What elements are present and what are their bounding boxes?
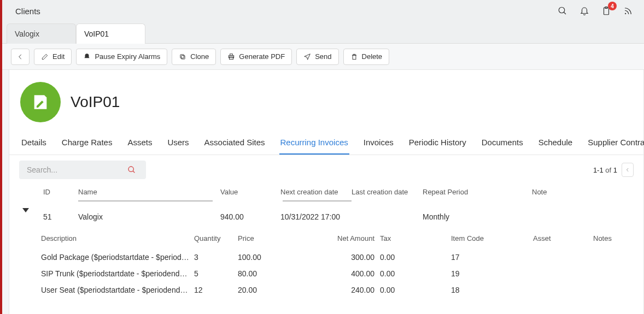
contract-edit-icon [31, 93, 50, 111]
cell-name: Valogix [78, 212, 220, 221]
search-box [19, 161, 146, 179]
page-head: VoIP01 [9, 70, 643, 132]
tab-associated-sites[interactable]: Associated Sites [203, 132, 266, 155]
svg-rect-10 [353, 55, 356, 60]
main-tabs: Valogix VoIP01 [2, 22, 644, 44]
invoice-line-row[interactable]: Gold Package ($periodstartdate - $period… [41, 249, 634, 265]
dcell-item: 17 [451, 253, 533, 262]
dhdr-description[interactable]: Description [41, 234, 194, 242]
search-icon[interactable] [558, 6, 567, 16]
tab-schedule[interactable]: Schedule [537, 132, 574, 155]
svg-point-0 [559, 7, 565, 13]
tab-assets[interactable]: Assets [126, 132, 153, 155]
button-label: Delete [362, 52, 383, 61]
sort-indicator-icon [283, 200, 352, 202]
search-input[interactable] [27, 165, 125, 174]
tab-periodic-history[interactable]: Periodic History [408, 132, 467, 155]
tab-recurring-invoices[interactable]: Recurring Invoices [279, 132, 349, 155]
rss-icon[interactable] [623, 6, 633, 16]
tab-client-valogix[interactable]: Valogix [7, 23, 76, 44]
dcell-item: 19 [451, 269, 533, 278]
dcell-description: User Seat ($periodstartdate - $periodend… [41, 286, 194, 294]
dhdr-tax[interactable]: Tax [380, 234, 451, 242]
search-row: 1-1 of 1 [9, 155, 643, 185]
delete-button[interactable]: Delete [343, 49, 390, 65]
send-icon [303, 53, 311, 61]
back-button[interactable] [11, 49, 30, 65]
app-header: Clients 4 [2, 0, 644, 22]
pencil-icon [41, 53, 49, 61]
send-button[interactable]: Send [296, 49, 338, 65]
tab-charge-rates[interactable]: Charge Rates [61, 132, 114, 155]
hdr-last-creation[interactable]: Last creation date [352, 188, 423, 196]
printer-icon [227, 53, 235, 61]
header-actions: 4 [558, 6, 637, 16]
invoice-row[interactable]: 51 Valogix 940.00 10/31/2022 17:00 Month… [19, 203, 634, 227]
pause-button[interactable]: Pause Expiry Alarms [76, 49, 167, 65]
tab-invoices[interactable]: Invoices [362, 132, 395, 155]
dcell-quantity: 3 [194, 253, 238, 262]
button-label: Clone [190, 52, 209, 61]
dhdr-net[interactable]: Net Amount [303, 234, 380, 242]
tab-users[interactable]: Users [166, 132, 190, 155]
dcell-quantity: 5 [194, 269, 238, 278]
copy-icon [179, 53, 186, 61]
record-content: VoIP01 Details Charge Rates Assets Users… [9, 70, 644, 314]
tab-documents[interactable]: Documents [481, 132, 524, 155]
dcell-net: 300.00 [303, 253, 380, 262]
button-label: Generate PDF [239, 52, 285, 61]
svg-rect-9 [230, 54, 233, 55]
dhdr-price[interactable]: Price [238, 234, 303, 242]
pager: 1-1 of 1 [593, 163, 634, 177]
tab-client-voip01[interactable]: VoIP01 [76, 23, 145, 44]
dcell-description: Gold Package ($periodstartdate - $period… [41, 253, 194, 262]
dcell-tax: 0.00 [380, 286, 451, 294]
hdr-value[interactable]: Value [220, 188, 280, 196]
hdr-id[interactable]: ID [43, 188, 78, 196]
tab-details[interactable]: Details [20, 132, 48, 155]
pager-prev-button[interactable] [622, 163, 634, 177]
trash-icon [350, 53, 358, 61]
cell-id: 51 [43, 212, 78, 221]
breadcrumb: Clients [15, 7, 40, 16]
dcell-item: 18 [451, 286, 533, 294]
cell-value: 940.00 [220, 212, 280, 221]
button-label: Pause Expiry Alarms [95, 52, 160, 61]
clone-button[interactable]: Clone [172, 49, 216, 65]
hdr-repeat[interactable]: Repeat Period [423, 188, 505, 196]
dcell-tax: 0.00 [380, 253, 451, 262]
dcell-net: 400.00 [303, 269, 380, 278]
dcell-net: 240.00 [303, 286, 380, 294]
pager-range: 1-1 [593, 166, 604, 174]
page-title: VoIP01 [71, 93, 120, 111]
invoice-line-row[interactable]: SIP Trunk ($periodstartdate - $periodend… [41, 265, 634, 282]
edit-button[interactable]: Edit [34, 49, 72, 65]
clipboard-badge: 4 [608, 2, 617, 10]
hdr-next-creation[interactable]: Next creation date [280, 188, 352, 196]
tab-supplier-contracts[interactable]: Supplier Contracts [587, 132, 644, 155]
bell-icon[interactable] [579, 6, 589, 16]
dhdr-item[interactable]: Item Code [451, 234, 533, 242]
dcell-quantity: 12 [194, 286, 238, 294]
pager-total: 1 [613, 166, 617, 174]
generate-pdf-button[interactable]: Generate PDF [220, 49, 292, 65]
svg-line-1 [564, 12, 566, 14]
invoice-line-row[interactable]: User Seat ($periodstartdate - $periodend… [41, 282, 634, 298]
svg-line-12 [133, 171, 134, 173]
dhdr-quantity[interactable]: Quantity [194, 234, 238, 242]
search-icon [127, 165, 136, 174]
hdr-note[interactable]: Note [505, 188, 598, 196]
dhdr-asset[interactable]: Asset [533, 234, 593, 242]
sort-indicator-icon [78, 200, 213, 202]
row-expander-button[interactable] [19, 212, 43, 221]
invoice-lines-header: Description Quantity Price Net Amount Ta… [41, 230, 634, 249]
record-sub-tabs: Details Charge Rates Assets Users Associ… [9, 132, 643, 155]
dcell-price: 20.00 [238, 286, 303, 294]
hdr-name[interactable]: Name [78, 188, 220, 196]
button-label: Send [315, 52, 331, 61]
bell-icon [83, 53, 91, 61]
clipboard-icon[interactable]: 4 [601, 6, 611, 16]
dhdr-notes[interactable]: Notes [593, 234, 642, 242]
search-button[interactable] [125, 163, 138, 176]
svg-point-4 [625, 13, 626, 14]
